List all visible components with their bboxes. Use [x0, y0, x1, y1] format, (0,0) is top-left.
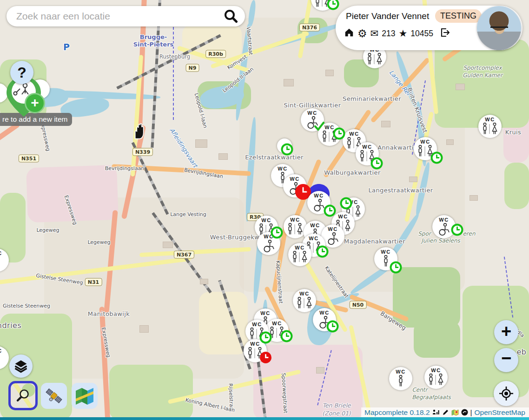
- bottom-accent-strip: [0, 417, 529, 420]
- search-input[interactable]: [15, 10, 223, 22]
- map-g-shape: [504, 163, 529, 209]
- road-ref-badge: N339: [132, 148, 153, 156]
- add-plus-icon[interactable]: +: [25, 93, 45, 113]
- messages-envelope-icon[interactable]: ✉: [370, 29, 379, 39]
- marker-wc-label: WC: [299, 291, 310, 296]
- person-icon: [383, 255, 389, 268]
- geolocate-button[interactable]: [494, 381, 519, 406]
- map-building: [284, 79, 294, 86]
- marker-wc-label: WC: [261, 218, 271, 223]
- red-clock-badge: [259, 351, 272, 364]
- green-clock-badge: [271, 226, 283, 239]
- marker-wc-label: WC: [338, 214, 348, 219]
- logout-icon[interactable]: [439, 27, 450, 40]
- settings-gear-icon[interactable]: ⚙: [357, 28, 367, 39]
- hand-cursor-icon: [131, 123, 147, 139]
- search-icon[interactable]: [223, 8, 239, 24]
- marker-wc-label: WC: [349, 131, 359, 137]
- marker-wc-label: WC: [309, 236, 319, 241]
- testing-badge: TESTING: [435, 9, 482, 23]
- map-pk-shape: [26, 165, 119, 223]
- map-building: [163, 242, 173, 248]
- user-name[interactable]: Pieter Vander Vennet: [346, 11, 429, 21]
- person-icon: [397, 375, 404, 387]
- folded-map-icon: [75, 387, 94, 405]
- map-building: [316, 367, 324, 374]
- map-building: [218, 153, 228, 160]
- toilet-map-marker[interactable]: WC: [288, 243, 311, 266]
- avatar[interactable]: [477, 6, 521, 50]
- green-clock-badge: [324, 204, 336, 217]
- person-icon: [0, 354, 0, 367]
- changesets-star-icon[interactable]: ★: [398, 29, 407, 39]
- road-ref-badge: N31: [85, 278, 102, 286]
- map-building: [446, 139, 454, 145]
- man-woman-icon: [482, 123, 498, 135]
- marker-wc-label: WC: [307, 111, 317, 116]
- map-building: [469, 195, 478, 201]
- green-clock-badge: [430, 151, 443, 164]
- map-rs-shape: [0, 122, 20, 157]
- theme-map-icon[interactable]: [451, 409, 459, 416]
- wheelchair-icon: [326, 232, 340, 245]
- marker-wc-label: WC: [290, 217, 300, 223]
- man-woman-icon: [291, 251, 308, 263]
- map-route-dashes: [173, 27, 174, 120]
- toilet-map-marker[interactable]: WC: [389, 367, 412, 390]
- map-label: Begraafplaats: [412, 394, 451, 401]
- search-bar: [7, 6, 245, 26]
- background-layer-satellite-button[interactable]: [41, 383, 67, 409]
- toilet-map-marker[interactable]: WC: [284, 215, 307, 238]
- marker-wc-label: WC: [431, 368, 441, 373]
- marker-wc-label: WC: [310, 223, 320, 228]
- map-building: [456, 84, 465, 90]
- road-ref-badge: N351: [19, 155, 39, 163]
- background-layer-map-button[interactable]: [72, 383, 98, 409]
- osm-community-icon[interactable]: [461, 409, 468, 416]
- toilet-map-marker[interactable]: WC: [424, 366, 448, 389]
- marker-wc-label: WC: [362, 144, 372, 150]
- mapcomplete-app: Brugge- Sint-PietersRustenburgKomvestVaa…: [0, 0, 529, 420]
- map-label: Centr: [412, 387, 427, 394]
- map-building: [409, 177, 417, 182]
- green-clock-badge: [390, 261, 402, 274]
- marker-wc-label: WC: [260, 311, 271, 316]
- woman-icon: [0, 256, 1, 269]
- attribution-osm-link[interactable]: OpenStreetMap: [475, 408, 525, 417]
- marker-wc-label: WC: [485, 117, 495, 122]
- green-clock-badge: [281, 143, 293, 156]
- road-ref-badge: R30b: [205, 50, 226, 58]
- wheelchair-icon: [437, 223, 451, 236]
- map-canvas[interactable]: Brugge- Sint-PietersRustenburgKomvestVaa…: [0, 0, 529, 420]
- attribution-bar: Mapcomplete 0.18.2: [361, 407, 529, 417]
- road-ref-badge: N376: [299, 24, 320, 32]
- stats-icon[interactable]: [432, 409, 440, 416]
- green-clock-badge: [280, 330, 293, 342]
- map-building: [195, 139, 207, 148]
- attribution-app-link[interactable]: Mapcomplete 0.18.2: [364, 408, 430, 417]
- crosshair-icon: [498, 386, 514, 401]
- toilet-map-marker[interactable]: WC: [293, 289, 316, 312]
- zoom-in-button[interactable]: +: [494, 320, 518, 344]
- green-clock-badge: [340, 197, 352, 210]
- marker-wc-label: WC: [278, 166, 288, 171]
- map-g-shape: [109, 365, 193, 420]
- marker-wc-label: WC: [420, 139, 430, 144]
- pencil-icon[interactable]: [442, 409, 449, 416]
- marker-wc-label: WC: [272, 321, 282, 326]
- attribution-separator: |: [470, 408, 472, 417]
- toilet-map-marker[interactable]: WC: [478, 115, 502, 138]
- magnifier-icon: [15, 388, 31, 404]
- zoom-out-button[interactable]: −: [494, 348, 518, 372]
- map-label: P: [63, 42, 70, 52]
- home-icon[interactable]: [344, 27, 354, 40]
- marker-wc-label: WC: [295, 245, 305, 250]
- marker-wc-label: WC: [314, 193, 324, 198]
- background-layer-osm-button[interactable]: [8, 381, 38, 410]
- wheelchair-icon: [262, 240, 276, 252]
- map-building: [381, 121, 390, 127]
- help-button[interactable]: ?: [10, 61, 33, 84]
- green-clock-badge: [326, 320, 339, 333]
- changesets-count: 10455: [410, 29, 433, 39]
- layers-button[interactable]: [9, 354, 33, 378]
